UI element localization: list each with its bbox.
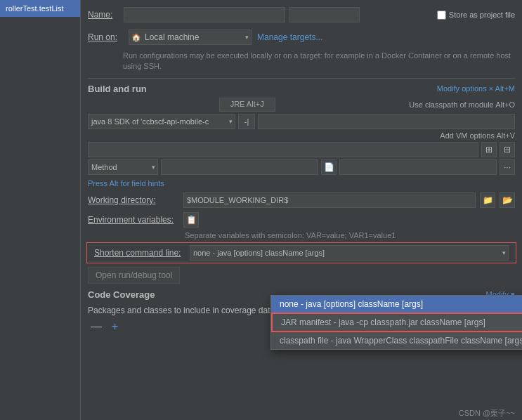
dropdown-option-none[interactable]: none - java [options] className [args] — [271, 296, 522, 313]
use-classpath-text[interactable]: Use classpath of module Alt+O — [409, 100, 515, 109]
sdk-dropdown[interactable]: java 8 SDK of 'ccbscf-api-mobile-c — [88, 114, 235, 129]
run-on-dropdown-wrapper: 🏠 Local machine ▾ — [129, 29, 252, 45]
press-alt-text[interactable]: Press Alt for field hints — [81, 178, 522, 190]
vm-input-row: ⊞ ⊟ — [88, 142, 515, 157]
jre-label: JRE Alt+J — [219, 98, 275, 112]
coverage-title: Code Coverage — [88, 289, 155, 300]
shorten-label: Shorten command line: — [94, 248, 185, 258]
working-dir-browse-btn[interactable]: 📁 — [480, 192, 495, 208]
dropdown-option-classpath[interactable]: classpath file - java WrapperClass class… — [271, 332, 522, 349]
run-on-row: Run on: 🏠 Local machine ▾ Manage targets… — [81, 27, 522, 48]
manage-targets-link[interactable]: Manage targets... — [257, 32, 322, 42]
dash-button[interactable]: -| — [238, 114, 255, 129]
shorten-dropdown-wrapper: none - java [options] className [args] J… — [190, 245, 509, 261]
shorten-row: Shorten command line: none - java [optio… — [86, 242, 516, 263]
sdk-text-input[interactable] — [258, 114, 515, 129]
main-content: Name: Store as project file Run on: 🏠 Lo… — [81, 0, 522, 420]
vm-icon-btn[interactable]: ⊞ — [481, 142, 497, 157]
run-on-label: Run on: — [88, 32, 123, 42]
sidebar: rollerTest.testList — [0, 0, 81, 420]
watermark: CSDN @栗子~~ — [459, 408, 515, 419]
add-vm-row: Add VM options Alt+V — [88, 131, 515, 140]
working-dir-label: Working directory: — [88, 195, 179, 205]
method-input[interactable] — [161, 159, 318, 175]
store-label: Store as project file — [449, 11, 515, 19]
working-dir-row: Working directory: 📁 📂 — [81, 190, 522, 210]
build-run-inputs: JRE Alt+J Use classpath of module Alt+O … — [81, 96, 522, 178]
dropdown-option-jar[interactable]: JAR manifest - java -cp classpath.jar cl… — [271, 313, 522, 332]
method-dropdown[interactable]: Method — [88, 159, 158, 175]
name-input[interactable] — [124, 7, 285, 22]
shorten-dropdown[interactable]: none - java [options] className [args] J… — [190, 245, 509, 261]
env-hint-text: Separate variables with semicolon: VAR=v… — [81, 230, 522, 241]
env-vars-btn[interactable]: 📋 — [183, 212, 199, 228]
sdk-dropdown-wrapper: java 8 SDK of 'ccbscf-api-mobile-c ▾ — [88, 114, 235, 129]
build-run-title: Build and run — [88, 84, 147, 94]
add-vm-text[interactable]: Add VM options Alt+V — [440, 131, 515, 140]
name-input-2[interactable] — [289, 7, 360, 22]
plus-button[interactable]: + — [109, 320, 121, 333]
method-more-btn[interactable]: ··· — [500, 159, 515, 175]
method-dropdown-wrapper: Method ▾ — [88, 159, 158, 175]
method-input-2[interactable] — [339, 159, 497, 175]
env-vars-label: Environment variables: — [88, 215, 179, 225]
info-text: Run configurations may be executed local… — [81, 48, 522, 77]
minus-button[interactable]: — — [88, 320, 105, 333]
store-checkbox[interactable] — [437, 11, 446, 20]
build-run-header: Build and run Modify options × Alt+M — [81, 80, 522, 96]
open-tool-row: Open run/debug tool — [81, 265, 522, 286]
working-dir-folder-btn[interactable]: 📂 — [500, 192, 515, 208]
env-vars-row: Environment variables: 📋 — [81, 210, 522, 230]
shorten-dropdown-popup: none - java [options] className [args] J… — [270, 295, 522, 350]
sidebar-item-test[interactable]: rollerTest.testList — [0, 0, 80, 17]
vm-input[interactable] — [88, 142, 478, 157]
vm-icon-btn-2[interactable]: ⊟ — [500, 142, 515, 157]
name-row: Name: Store as project file — [81, 3, 522, 27]
modify-options-link[interactable]: Modify options × Alt+M — [437, 84, 515, 93]
divider-1 — [88, 78, 515, 79]
name-label: Name: — [88, 10, 119, 20]
sdk-row: java 8 SDK of 'ccbscf-api-mobile-c ▾ -| — [88, 114, 515, 129]
open-tool-btn[interactable]: Open run/debug tool — [88, 267, 180, 284]
method-row: Method ▾ 📄 ··· — [88, 159, 515, 175]
method-file-icon-btn[interactable]: 📄 — [321, 159, 337, 175]
working-dir-input[interactable] — [183, 192, 476, 208]
run-on-dropdown[interactable]: Local machine — [129, 29, 252, 45]
jre-row: JRE Alt+J Use classpath of module Alt+O — [88, 98, 515, 112]
